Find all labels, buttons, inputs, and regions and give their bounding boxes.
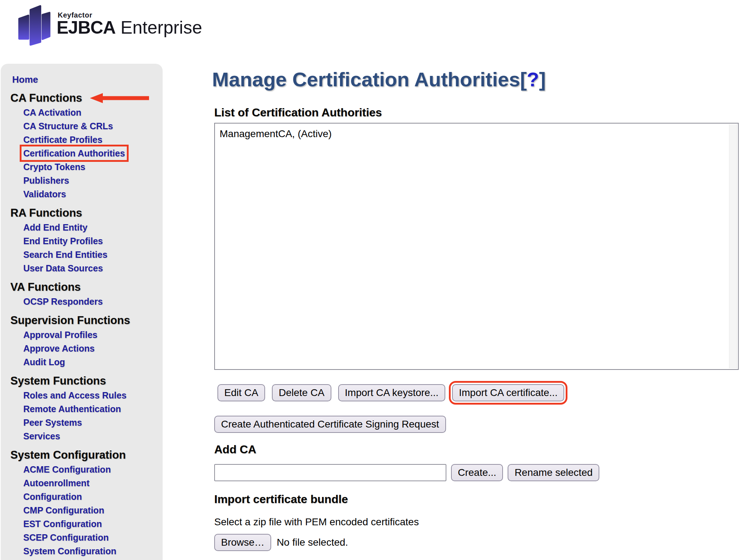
sidebar-item-label: Remote Authentication <box>23 404 121 414</box>
sidebar-item-label: Certification Authorities <box>23 148 125 158</box>
keyfactor-logo-icon <box>9 1 54 47</box>
sidebar-item-label: CA Structure & CRLs <box>23 121 113 131</box>
no-file-text: No file selected. <box>277 537 348 548</box>
delete-ca-button[interactable]: Delete CA <box>272 384 331 401</box>
help-link[interactable]: ? <box>527 68 539 91</box>
ca-list-entry[interactable]: ManagementCA, (Active) <box>215 124 738 140</box>
sidebar-item-scep-configuration[interactable]: SCEP Configuration <box>23 531 147 544</box>
sidebar-item-search-end-entities[interactable]: Search End Entities <box>23 248 147 261</box>
browse-button[interactable]: Browse… <box>214 534 271 551</box>
help-bracket-close: ] <box>539 68 546 91</box>
sidebar-item-label: Validators <box>23 189 66 199</box>
sidebar-item-certification-authorities[interactable]: Certification Authorities <box>23 146 147 160</box>
import-ca-certificate-button[interactable]: Import CA certificate... <box>452 384 564 401</box>
create-button[interactable]: Create... <box>451 464 503 481</box>
import-bundle-hint: Select a zip file with PEM encoded certi… <box>214 516 419 528</box>
sidebar-item-add-end-entity[interactable]: Add End Entity <box>23 221 147 234</box>
annotation-arrow-icon <box>90 92 149 104</box>
sidebar-section-system-configuration: System ConfigurationACME ConfigurationAu… <box>1 448 163 558</box>
sidebar-item-ca-activation[interactable]: CA Activation <box>23 106 147 119</box>
add-ca-heading: Add CA <box>214 443 256 456</box>
sidebar-header-label: System Configuration <box>10 449 126 462</box>
sidebar-header-ca-functions: CA Functions <box>10 91 163 106</box>
sidebar-item-user-data-sources[interactable]: User Data Sources <box>23 261 147 275</box>
sidebar-item-label: SCEP Configuration <box>23 532 109 542</box>
sidebar-section-ra-functions: RA FunctionsAdd End EntityEnd Entity Pro… <box>1 206 163 275</box>
sidebar-header-label: VA Functions <box>10 281 81 294</box>
brand-product-name: EJBCA <box>57 18 115 38</box>
sidebar-item-approval-profiles[interactable]: Approval Profiles <box>23 328 147 342</box>
sidebar: Home CA FunctionsCA ActivationCA Structu… <box>1 64 163 560</box>
sidebar-item-crypto-tokens[interactable]: Crypto Tokens <box>23 160 147 174</box>
sidebar-item-label: Audit Log <box>23 357 65 367</box>
ca-entries: ManagementCA, (Active) <box>215 124 738 140</box>
sidebar-item-home[interactable]: Home <box>12 73 163 86</box>
sidebar-item-audit-log[interactable]: Audit Log <box>23 355 147 369</box>
sidebar-item-est-configuration[interactable]: EST Configuration <box>23 517 147 531</box>
sidebar-item-label: ACME Configuration <box>23 464 111 474</box>
sidebar-item-label: System Configuration <box>23 546 116 556</box>
sidebar-section-va-functions: VA FunctionsOCSP Responders <box>1 280 163 308</box>
edit-ca-button[interactable]: Edit CA <box>217 384 265 401</box>
sidebar-item-label: Services <box>23 431 60 441</box>
brand-edition: Enterprise <box>115 18 202 38</box>
sidebar-item-system-configuration[interactable]: System Configuration <box>23 544 147 558</box>
sidebar-item-label: Search End Entities <box>23 250 107 260</box>
sidebar-item-label: EST Configuration <box>23 519 102 529</box>
csr-row: Create Authenticated Certificate Signing… <box>214 416 446 433</box>
sidebar-item-ocsp-responders[interactable]: OCSP Responders <box>23 295 147 308</box>
sidebar-header-label: Supervision Functions <box>10 314 130 327</box>
sidebar-item-ca-structure-crls[interactable]: CA Structure & CRLs <box>23 119 147 133</box>
sidebar-item-label: Add End Entity <box>23 222 87 232</box>
browse-row: Browse… No file selected. <box>214 534 348 551</box>
sidebar-item-roles-and-access-rules[interactable]: Roles and Access Rules <box>23 388 147 402</box>
sidebar-item-peer-systems[interactable]: Peer Systems <box>23 416 147 429</box>
sidebar-item-label: Roles and Access Rules <box>23 390 126 400</box>
sidebar-item-approve-actions[interactable]: Approve Actions <box>23 342 147 355</box>
sidebar-item-remote-authentication[interactable]: Remote Authentication <box>23 402 147 416</box>
sidebar-item-services[interactable]: Services <box>23 429 147 443</box>
page-title-text: Manage Certification Authorities <box>212 68 520 91</box>
sidebar-header-label: RA Functions <box>10 207 82 219</box>
sidebar-item-validators[interactable]: Validators <box>23 187 147 201</box>
sidebar-sections: CA FunctionsCA ActivationCA Structure & … <box>1 91 163 558</box>
ca-listbox[interactable]: ManagementCA, (Active) <box>214 123 739 370</box>
import-ca-keystore-button[interactable]: Import CA keystore... <box>338 384 445 401</box>
sidebar-item-label: Certificate Profiles <box>23 135 102 145</box>
sidebar-item-cmp-configuration[interactable]: CMP Configuration <box>23 503 147 517</box>
sidebar-item-label: Approve Actions <box>23 343 95 353</box>
sidebar-section-supervision-functions: Supervision FunctionsApproval ProfilesAp… <box>1 313 163 369</box>
sidebar-item-acme-configuration[interactable]: ACME Configuration <box>23 463 147 476</box>
sidebar-header-va-functions: VA Functions <box>10 280 163 295</box>
sidebar-item-label: Approval Profiles <box>23 330 97 340</box>
listbox-scrollbar[interactable] <box>729 124 737 368</box>
page-title: Manage Certification Authorities[?] <box>212 69 546 90</box>
sidebar-item-certificate-profiles[interactable]: Certificate Profiles <box>23 133 147 146</box>
sidebar-item-end-entity-profiles[interactable]: End Entity Profiles <box>23 234 147 248</box>
sidebar-item-publishers[interactable]: Publishers <box>23 174 147 187</box>
app-header: Keyfactor EJBCA Enterprise <box>0 0 251 50</box>
sidebar-item-label: User Data Sources <box>23 263 103 273</box>
sidebar-header-system-functions: System Functions <box>10 373 163 388</box>
list-heading: List of Certification Authorities <box>214 106 382 119</box>
sidebar-header-system-configuration: System Configuration <box>10 448 163 463</box>
create-csr-button[interactable]: Create Authenticated Certificate Signing… <box>214 416 446 433</box>
import-bundle-heading: Import certificate bundle <box>214 493 348 506</box>
add-ca-input[interactable] <box>214 464 446 481</box>
brand-product: EJBCA Enterprise <box>57 18 202 37</box>
sidebar-item-label: Peer Systems <box>23 417 82 428</box>
sidebar-header-label: System Functions <box>10 375 106 387</box>
sidebar-header-ra-functions: RA Functions <box>10 206 163 221</box>
sidebar-header-supervision-functions: Supervision Functions <box>10 313 163 328</box>
sidebar-section-ca-functions: CA FunctionsCA ActivationCA Structure & … <box>1 91 163 201</box>
sidebar-item-label: Publishers <box>23 175 69 185</box>
sidebar-item-label: Crypto Tokens <box>23 162 85 172</box>
sidebar-item-label: Autoenrollment Configuration <box>23 478 90 502</box>
ca-actions-row: Edit CADelete CAImport CA keystore...Imp… <box>217 384 564 401</box>
sidebar-item-label: OCSP Responders <box>23 296 103 306</box>
rename-selected-button[interactable]: Rename selected <box>508 464 599 481</box>
add-ca-row: Create... Rename selected <box>214 464 599 481</box>
sidebar-item-label: CMP Configuration <box>23 505 104 515</box>
sidebar-section-system-functions: System FunctionsRoles and Access RulesRe… <box>1 373 163 443</box>
sidebar-item-autoenrollment-configuration[interactable]: Autoenrollment Configuration <box>23 476 147 503</box>
